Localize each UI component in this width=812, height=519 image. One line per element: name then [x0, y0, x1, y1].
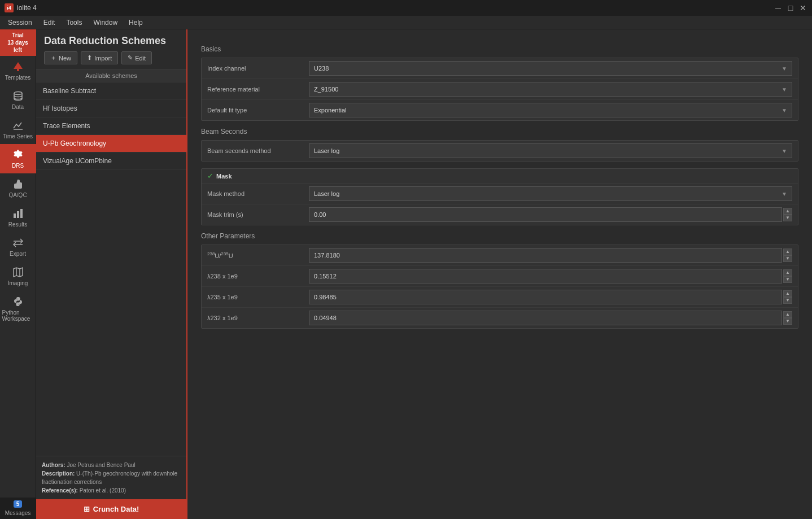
lambda232-label: λ232 x 1e9 — [207, 315, 309, 321]
svg-rect-6 — [20, 209, 23, 218]
u238-u235-input[interactable]: 137.8180 — [309, 248, 782, 263]
sidebar-label-templates: Templates — [5, 75, 31, 81]
references-label: Reference(s): — [42, 487, 78, 494]
sidebar-item-results[interactable]: Results — [0, 203, 36, 232]
edit-icon: ✎ — [128, 54, 133, 62]
lambda238-spinbox: ▲ ▼ — [783, 269, 792, 283]
lambda232-input[interactable]: 0.04948 — [309, 311, 782, 325]
chart-line-icon — [12, 119, 24, 132]
sidebar-label-results: Results — [8, 221, 27, 228]
new-scheme-button[interactable]: ＋ New — [44, 51, 77, 64]
title-bar: i4 iolite 4 ─ □ ✕ — [0, 0, 812, 16]
app-icon: i4 — [5, 3, 14, 12]
scheme-toolbar: ＋ New ⬆ Import ✎ Edit — [44, 51, 178, 64]
svg-marker-9 — [14, 268, 23, 277]
default-fit-type-value: Exponential — [314, 107, 347, 114]
arrow-up-icon — [12, 60, 24, 73]
sidebar-label-imaging: Imaging — [8, 280, 28, 286]
sidebar-item-python-workspace[interactable]: Python Workspace — [0, 291, 36, 326]
authors-value: Joe Petrus and Bence Paul — [66, 462, 136, 468]
svg-point-2 — [14, 92, 22, 95]
default-fit-type-arrow: ▼ — [782, 107, 787, 114]
mask-trim-up[interactable]: ▲ — [783, 208, 792, 215]
map-icon — [12, 266, 24, 278]
mask-trim-value: 0.00 — [314, 211, 326, 218]
lambda238-label: λ238 x 1e9 — [207, 273, 309, 280]
mask-method-value: Laser log — [314, 190, 339, 197]
edit-scheme-button[interactable]: ✎ Edit — [121, 51, 152, 64]
lambda232-row: λ232 x 1e9 0.04948 ▲ ▼ — [202, 308, 798, 328]
lambda235-down[interactable]: ▼ — [783, 297, 792, 304]
beam-seconds-method-value: Laser log — [314, 147, 339, 154]
mask-trim-down[interactable]: ▼ — [783, 215, 792, 221]
menu-session[interactable]: Session — [2, 18, 38, 28]
index-channel-value: U238 — [314, 65, 329, 72]
import-scheme-button[interactable]: ⬆ Import — [81, 51, 118, 64]
mask-trim-input[interactable]: 0.00 — [309, 207, 782, 222]
default-fit-type-select[interactable]: Exponential ▼ — [309, 103, 792, 117]
index-channel-label: Index channel — [207, 65, 309, 72]
beam-seconds-method-label: Beam seconds method — [207, 147, 309, 154]
scheme-list-item-baseline-subtract[interactable]: Baseline Subtract — [36, 82, 186, 100]
svg-marker-0 — [14, 62, 23, 69]
reference-material-value: Z_91500 — [314, 86, 338, 93]
messages-label: Messages — [5, 510, 31, 516]
lambda235-input[interactable]: 0.98485 — [309, 290, 782, 304]
close-button[interactable]: ✕ — [798, 3, 807, 12]
basics-section-label: Basics — [201, 45, 798, 53]
maximize-button[interactable]: □ — [786, 3, 795, 12]
menu-edit[interactable]: Edit — [38, 18, 61, 28]
other-params-section-label: Other Parameters — [201, 232, 798, 240]
thumbs-up-icon — [12, 178, 24, 190]
default-fit-type-label: Default fit type — [207, 107, 309, 114]
lambda235-label: λ235 x 1e9 — [207, 294, 309, 300]
sidebar-label-time-series: Time Series — [3, 133, 33, 139]
main-layout: Trial 13 days left Templates D — [0, 29, 812, 519]
beam-seconds-params-block: Beam seconds method Laser log ▼ — [201, 140, 798, 162]
lambda238-down[interactable]: ▼ — [783, 276, 792, 283]
crunch-data-button[interactable]: ⊞ Crunch Data! — [36, 499, 186, 519]
menu-help[interactable]: Help — [123, 18, 149, 28]
mask-trim-spinbox: ▲ ▼ — [783, 208, 792, 221]
index-channel-select[interactable]: U238 ▼ — [309, 61, 792, 76]
sidebar-item-imaging[interactable]: Imaging — [0, 261, 36, 291]
lambda235-value: 0.98485 — [314, 294, 337, 300]
messages-section[interactable]: 5 Messages — [0, 498, 36, 519]
sidebar-item-drs[interactable]: DRS — [0, 144, 36, 173]
lambda232-down[interactable]: ▼ — [783, 318, 792, 325]
scheme-list-item-hf-isotopes[interactable]: Hf Isotopes — [36, 100, 186, 117]
scheme-list-item-trace-elements[interactable]: Trace Elements — [36, 117, 186, 135]
sidebar-item-qa-qc[interactable]: QA/QC — [0, 173, 36, 203]
reference-material-arrow: ▼ — [782, 86, 787, 93]
menu-tools[interactable]: Tools — [60, 18, 88, 28]
scheme-list: Baseline Subtract Hf Isotopes Trace Elem… — [36, 82, 186, 456]
sidebar-label-drs: DRS — [12, 163, 24, 169]
beam-seconds-method-select[interactable]: Laser log ▼ — [309, 143, 792, 158]
app-title: iolite 4 — [17, 4, 37, 12]
default-fit-type-row: Default fit type Exponential ▼ — [202, 100, 798, 120]
mask-check-icon[interactable]: ✓ — [207, 172, 213, 180]
sidebar-item-export[interactable]: Export — [0, 232, 36, 261]
u238-u235-up[interactable]: ▲ — [783, 248, 792, 255]
reference-material-row: Reference material Z_91500 ▼ — [202, 79, 798, 100]
database-icon — [12, 90, 24, 102]
scheme-list-item-u-pb-geochronology[interactable]: U-Pb Geochronology — [36, 135, 186, 152]
u238-u235-spinbox: ▲ ▼ — [783, 248, 792, 262]
scheme-list-item-vizualage-ucompbine[interactable]: VizualAge UComPbine — [36, 152, 186, 170]
lambda238-input[interactable]: 0.15512 — [309, 269, 782, 284]
lambda235-row: λ235 x 1e9 0.98485 ▲ ▼ — [202, 287, 798, 308]
u238-u235-down[interactable]: ▼ — [783, 255, 792, 262]
trial-badge: Trial 13 days left — [0, 29, 36, 56]
exchange-icon — [12, 237, 24, 249]
u238-u235-value: 137.8180 — [314, 252, 340, 259]
sidebar-item-time-series[interactable]: Time Series — [0, 115, 36, 144]
mask-method-select[interactable]: Laser log ▼ — [309, 186, 792, 201]
lambda235-up[interactable]: ▲ — [783, 290, 792, 297]
lambda238-up[interactable]: ▲ — [783, 269, 792, 276]
reference-material-select[interactable]: Z_91500 ▼ — [309, 82, 792, 97]
menu-window[interactable]: Window — [88, 18, 123, 28]
lambda232-up[interactable]: ▲ — [783, 311, 792, 318]
sidebar-item-data[interactable]: Data — [0, 85, 36, 115]
sidebar-item-templates[interactable]: Templates — [0, 56, 36, 85]
minimize-button[interactable]: ─ — [774, 3, 783, 12]
